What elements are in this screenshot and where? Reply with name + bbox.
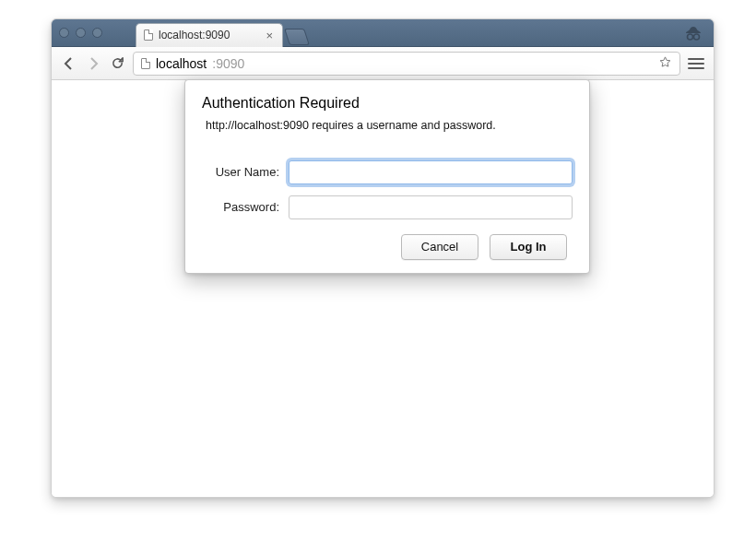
password-input[interactable] [289,195,573,219]
tab-close-icon[interactable]: × [266,30,273,41]
document-icon [144,30,153,41]
browser-window: localhost:9090 × localhost:9090 [51,18,715,498]
window-minimize-button[interactable] [76,28,86,38]
window-titlebar: localhost:9090 × [52,19,714,47]
dialog-actions: Cancel Log In [202,234,567,260]
dialog-title: Authentication Required [202,95,573,112]
cancel-button[interactable]: Cancel [401,234,478,260]
svg-point-1 [694,34,700,40]
window-zoom-button[interactable] [92,28,102,38]
document-icon [141,58,150,69]
window-close-button[interactable] [59,28,69,38]
menu-button[interactable] [688,58,704,69]
bookmark-star-icon[interactable] [658,55,672,72]
back-button[interactable] [61,55,77,72]
username-label: User Name: [202,165,289,179]
tab-title: localhost:9090 [159,29,230,41]
reload-button[interactable] [109,55,125,72]
window-controls [59,28,102,38]
password-label: Password: [202,200,289,214]
new-tab-button[interactable] [284,29,310,45]
login-button[interactable]: Log In [490,234,567,260]
page-content: Authentication Required http://localhost… [52,80,714,497]
address-host: localhost [156,56,207,71]
auth-dialog: Authentication Required http://localhost… [184,79,590,274]
incognito-icon [682,22,704,48]
dialog-message: http://localhost:9090 requires a usernam… [202,117,573,135]
browser-tab[interactable]: localhost:9090 × [136,23,283,47]
browser-toolbar: localhost:9090 [52,47,714,80]
forward-button[interactable] [85,55,101,72]
address-port: :9090 [212,56,244,71]
address-bar[interactable]: localhost:9090 [133,52,680,76]
svg-point-0 [688,34,693,40]
username-input[interactable] [289,160,573,184]
